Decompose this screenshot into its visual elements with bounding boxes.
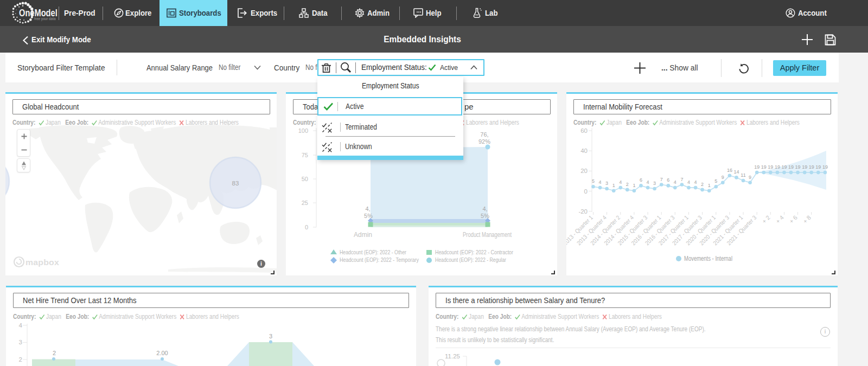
svg-text:4: 4 — [647, 179, 649, 185]
svg-text:Product Management: Product Management — [463, 231, 512, 239]
svg-text:19: 19 — [795, 164, 801, 170]
svg-text:Admin: Admin — [354, 231, 372, 239]
svg-text:6: 6 — [640, 177, 642, 183]
svg-text:19: 19 — [781, 164, 787, 170]
svg-text:5: 5 — [714, 178, 717, 184]
svg-text:4: 4 — [694, 179, 697, 185]
svg-text:60: 60 — [580, 127, 588, 134]
svg-text:19: 19 — [822, 164, 828, 170]
svg-text:Headcount (EOP): 2022 - Other: Headcount (EOP): 2022 - Other — [340, 249, 406, 255]
svg-text:2: 2 — [53, 350, 56, 356]
svg-text:19: 19 — [754, 164, 760, 170]
svg-text:3: 3 — [19, 339, 22, 345]
svg-text:4: 4 — [599, 179, 602, 185]
svg-text:92%: 92% — [478, 138, 490, 145]
svg-text:76,: 76, — [480, 131, 488, 138]
svg-text:19: 19 — [809, 164, 814, 170]
svg-text:2: 2 — [701, 182, 704, 187]
svg-text:4: 4 — [19, 322, 23, 329]
svg-text:Movements - Internal: Movements - Internal — [684, 255, 732, 262]
svg-text:7: 7 — [660, 177, 663, 182]
svg-text:1: 1 — [633, 183, 635, 188]
svg-text:19: 19 — [768, 164, 773, 170]
svg-text:4,: 4, — [365, 206, 370, 212]
svg-text:Headcount (EOP): 2022 - Contra: Headcount (EOP): 2022 - Contractor — [435, 249, 513, 255]
svg-text:4,: 4, — [482, 206, 487, 212]
svg-text:0: 0 — [584, 188, 588, 195]
svg-text:14: 14 — [733, 169, 739, 175]
svg-text:+ 8: + 8 — [802, 214, 813, 225]
svg-text:20: 20 — [580, 168, 588, 174]
svg-text:83: 83 — [232, 180, 239, 187]
svg-text:19: 19 — [775, 164, 780, 170]
svg-text:1: 1 — [612, 183, 615, 188]
svg-text:16: 16 — [727, 168, 732, 173]
svg-text:+ 4: + 4 — [774, 214, 785, 225]
svg-text:50: 50 — [302, 176, 308, 182]
svg-text:19: 19 — [761, 164, 767, 170]
svg-text:3: 3 — [269, 333, 272, 339]
svg-text:7: 7 — [680, 177, 683, 182]
svg-text:19: 19 — [802, 164, 807, 170]
svg-text:+ 2: + 2 — [761, 214, 771, 225]
svg-text:40: 40 — [580, 147, 588, 154]
svg-text:100: 100 — [298, 127, 308, 134]
svg-text:4: 4 — [674, 179, 676, 185]
svg-text:75: 75 — [302, 152, 308, 158]
svg-text:9: 9 — [722, 175, 724, 180]
svg-text:+ 6: + 6 — [788, 214, 799, 225]
svg-text:11: 11 — [741, 172, 745, 178]
svg-text:11.25: 11.25 — [445, 353, 460, 359]
svg-text:25: 25 — [302, 200, 308, 206]
svg-text:Headcount (EOP): 2022 - Regula: Headcount (EOP): 2022 - Regular — [435, 256, 506, 263]
svg-text:2.00: 2.00 — [156, 350, 168, 356]
svg-text:6: 6 — [667, 177, 669, 183]
svg-text:19: 19 — [788, 164, 794, 170]
svg-text:3: 3 — [605, 181, 608, 186]
svg-text:-20: -20 — [578, 208, 588, 215]
svg-text:4: 4 — [619, 179, 622, 185]
svg-text:2: 2 — [626, 182, 629, 187]
svg-text:3: 3 — [653, 181, 656, 186]
svg-text:1: 1 — [708, 183, 711, 188]
svg-text:5%: 5% — [364, 213, 373, 219]
svg-text:5%: 5% — [481, 213, 489, 219]
svg-text:2: 2 — [19, 356, 22, 363]
svg-text:Headcount (EOP): 2022 - Tempor: Headcount (EOP): 2022 - Temporary — [340, 256, 419, 263]
svg-text:19: 19 — [815, 164, 821, 170]
svg-text:mapbox: mapbox — [25, 258, 59, 267]
svg-text:9: 9 — [749, 175, 751, 180]
svg-text:0: 0 — [305, 224, 308, 230]
svg-text:4: 4 — [687, 179, 690, 185]
svg-text:5: 5 — [592, 178, 595, 184]
